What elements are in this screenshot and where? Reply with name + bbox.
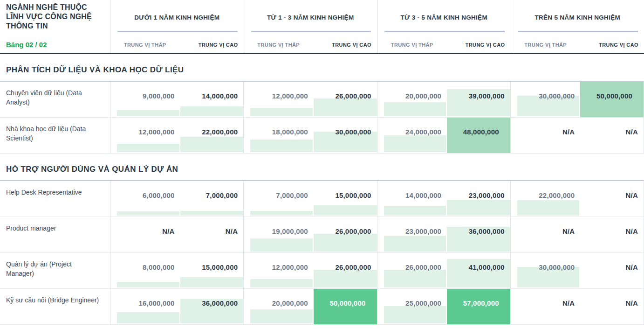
value-cell: 20,000,000 bbox=[250, 289, 313, 324]
value-group: 18,000,00030,000,000 bbox=[243, 118, 377, 153]
value-cell: 15,000,000 bbox=[180, 253, 244, 288]
row-label: Kỹ sư cầu nối (Bridge Engineer) bbox=[0, 289, 110, 324]
value-cell: 30,000,000 bbox=[314, 118, 377, 153]
value-cell: 14,000,000 bbox=[384, 181, 446, 217]
page-title: NGÀNH NGHỀ THUỘC LĨNH VỰC CÔNG NGHỆ THÔN… bbox=[6, 3, 102, 31]
value-group: 24,000,00048,000,000 bbox=[377, 118, 510, 153]
value-bar bbox=[250, 211, 313, 216]
value-group: 22,000,000N/A bbox=[510, 181, 644, 217]
value-text: 16,000,000 bbox=[139, 299, 175, 307]
value-bar bbox=[117, 211, 179, 216]
group-title: DƯỚI 1 NĂM KINH NGHIỆM bbox=[110, 14, 244, 21]
value-text: 22,000,000 bbox=[539, 191, 575, 199]
table-body: PHÂN TÍCH DỮ LIỆU VÀ KHOA HỌC DỮ LIỆUChu… bbox=[0, 65, 644, 325]
value-text: 26,000,000 bbox=[335, 227, 371, 235]
section-rows: Help Desk Representative6,000,0007,000,0… bbox=[0, 180, 644, 325]
subcol-label-low: TRUNG VỊ THẤP bbox=[511, 42, 580, 48]
value-cell: 6,000,000 bbox=[117, 181, 179, 217]
value-cell: 18,000,000 bbox=[250, 118, 313, 153]
value-group: 20,000,00050,000,000 bbox=[243, 289, 377, 324]
salary-report-page: NGÀNH NGHỀ THUỘC LĨNH VỰC CÔNG NGHỆ THÔN… bbox=[0, 0, 644, 336]
value-group: N/AN/A bbox=[510, 118, 644, 153]
row-label: Chuyên viên dữ liệu (Data Analyst) bbox=[0, 82, 110, 117]
value-text: N/A bbox=[226, 227, 238, 235]
value-group: N/AN/A bbox=[510, 217, 644, 252]
group-title: TỪ 3 - 5 NĂM KINH NGHIỆM bbox=[377, 14, 511, 21]
table-row: Nhà khoa học dữ liệu (Data Scientist)12,… bbox=[0, 118, 644, 154]
value-cell: 20,000,000 bbox=[384, 82, 446, 117]
value-cell: N/A bbox=[517, 118, 580, 153]
value-group: 16,000,00036,000,000 bbox=[110, 289, 243, 324]
value-text: 14,000,000 bbox=[405, 191, 441, 199]
section-rows: Chuyên viên dữ liệu (Data Analyst)9,000,… bbox=[0, 81, 644, 154]
value-text: N/A bbox=[562, 227, 575, 235]
table-section: HỖ TRỢ NGƯỜI DÙNG VÀ QUẢN LÝ DỰ ÁNHelp D… bbox=[0, 165, 644, 325]
value-bar bbox=[314, 205, 377, 216]
value-cell: N/A bbox=[580, 181, 644, 217]
subcol-label-high: TRUNG VỊ CAO bbox=[466, 42, 505, 48]
value-cell: 7,000,000 bbox=[180, 181, 244, 217]
table-row: Product managerN/AN/A19,000,00026,000,00… bbox=[0, 217, 644, 253]
table-row: Quản lý dự án (Project Manager)8,000,000… bbox=[0, 253, 644, 289]
subcol-label-high: TRUNG VỊ CAO bbox=[199, 42, 238, 48]
value-text: 15,000,000 bbox=[202, 263, 238, 271]
value-text: 50,000,000 bbox=[596, 92, 632, 100]
value-text: 50,000,000 bbox=[329, 299, 365, 307]
value-cell: N/A bbox=[580, 118, 644, 153]
subcol-label-high: TRUNG VỊ CAO bbox=[599, 42, 638, 48]
value-text: 57,000,000 bbox=[463, 299, 499, 307]
value-cell: 25,000,000 bbox=[384, 289, 446, 324]
value-bar bbox=[180, 137, 244, 152]
subcol-label-high: TRUNG VỊ CAO bbox=[332, 42, 371, 48]
experience-group-header: TỪ 3 - 5 NĂM KINH NGHIỆMTRUNG VỊ THẤPTRU… bbox=[377, 0, 511, 53]
value-text: 7,000,000 bbox=[276, 191, 308, 199]
value-bar bbox=[384, 270, 446, 287]
value-bar bbox=[250, 108, 313, 116]
value-text: 24,000,000 bbox=[405, 128, 441, 136]
table-header: NGÀNH NGHỀ THUỘC LĨNH VỰC CÔNG NGHỆ THÔN… bbox=[0, 0, 644, 54]
value-cell: N/A bbox=[517, 217, 580, 252]
experience-group-header: TRÊN 5 NĂM KINH NGHIỆMTRUNG VỊ THẤPTRUNG… bbox=[511, 0, 644, 53]
value-cell: 8,000,000 bbox=[117, 253, 179, 288]
value-bar bbox=[250, 238, 313, 252]
value-bar bbox=[517, 200, 580, 216]
value-text: 22,000,000 bbox=[202, 128, 238, 136]
experience-group-header: TỪ 1 - 3 NĂM KINH NGHIỆMTRUNG VỊ THẤPTRU… bbox=[244, 0, 377, 53]
group-underline bbox=[117, 31, 238, 32]
value-text: 6,000,000 bbox=[143, 191, 175, 199]
subcol-label-low: TRUNG VỊ THẤP bbox=[244, 42, 313, 48]
row-label: Product manager bbox=[0, 217, 110, 252]
value-bar bbox=[384, 236, 446, 252]
value-text: N/A bbox=[626, 191, 638, 199]
value-group: 23,000,00036,000,000 bbox=[377, 217, 510, 252]
value-text: 30,000,000 bbox=[539, 92, 575, 100]
value-cell: 22,000,000 bbox=[180, 118, 244, 153]
value-bar bbox=[447, 200, 510, 216]
value-text: 23,000,000 bbox=[469, 191, 505, 199]
value-text: 7,000,000 bbox=[206, 191, 238, 199]
value-bar bbox=[250, 140, 313, 152]
value-cell: 36,000,000 bbox=[180, 289, 244, 324]
value-bar bbox=[180, 106, 244, 116]
value-group: 6,000,0007,000,000 bbox=[110, 181, 243, 217]
value-cell: 12,000,000 bbox=[250, 82, 313, 117]
row-label: Nhà khoa học dữ liệu (Data Scientist) bbox=[0, 118, 110, 153]
group-underline bbox=[518, 31, 638, 32]
value-group: N/AN/A bbox=[110, 217, 243, 252]
experience-group-header: DƯỚI 1 NĂM KINH NGHIỆMTRUNG VỊ THẤPTRUNG… bbox=[110, 0, 244, 53]
row-label: Quản lý dự án (Project Manager) bbox=[0, 253, 110, 288]
value-cell: 15,000,000 bbox=[314, 181, 377, 217]
group-title: TỪ 1 - 3 NĂM KINH NGHIỆM bbox=[244, 14, 377, 21]
value-group: 8,000,00015,000,000 bbox=[110, 253, 243, 288]
value-cell: 26,000,000 bbox=[314, 253, 377, 288]
experience-group-headers: DƯỚI 1 NĂM KINH NGHIỆMTRUNG VỊ THẤPTRUNG… bbox=[110, 0, 644, 53]
subcol-label-low: TRUNG VỊ THẤP bbox=[377, 42, 446, 48]
value-text: N/A bbox=[162, 227, 174, 235]
value-text: N/A bbox=[562, 299, 575, 307]
value-cell: 7,000,000 bbox=[250, 181, 313, 217]
value-bar bbox=[250, 279, 313, 287]
value-text: 12,000,000 bbox=[139, 128, 175, 136]
value-bar bbox=[314, 98, 377, 116]
value-text: 30,000,000 bbox=[539, 263, 575, 271]
value-text: 26,000,000 bbox=[335, 92, 371, 100]
